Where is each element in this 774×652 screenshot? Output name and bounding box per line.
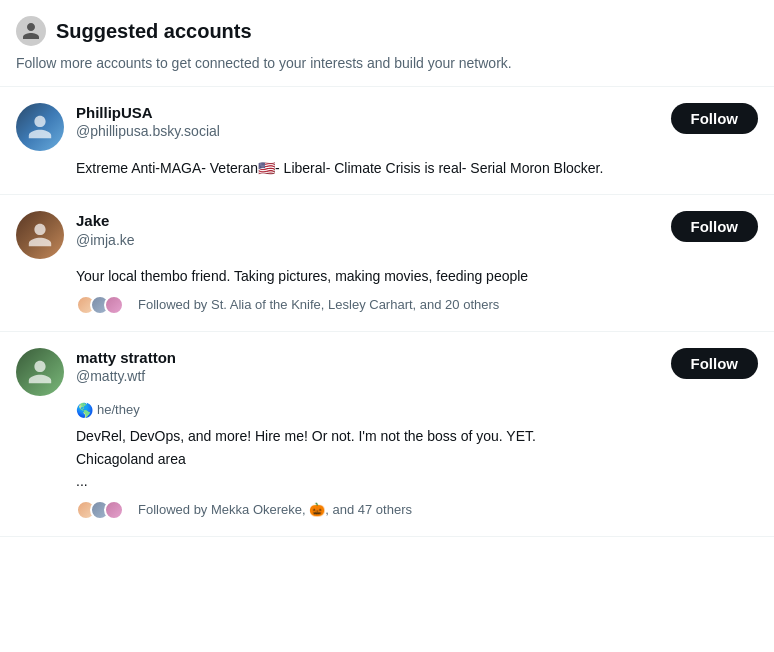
account-card-phillipusa: PhillipUSA @phillipusa.bsky.social Follo… bbox=[0, 87, 774, 196]
pronoun-text-matty: he/they bbox=[97, 402, 140, 417]
account-header-jake: Jake @imja.ke Follow bbox=[16, 211, 758, 259]
account-header-matty: matty stratton @matty.wtf Follow bbox=[16, 348, 758, 396]
mini-avatar-3-jake bbox=[104, 295, 124, 315]
bio2-matty: Chicagoland area bbox=[76, 450, 758, 470]
pronoun-badge-matty: 🌎 he/they bbox=[76, 402, 140, 418]
account-card-jake: Jake @imja.ke Follow Your local thembo f… bbox=[0, 195, 774, 332]
display-name-jake: Jake bbox=[76, 211, 659, 231]
account-header-phillipusa: PhillipUSA @phillipusa.bsky.social Follo… bbox=[16, 103, 758, 151]
handle-phillipusa: @phillipusa.bsky.social bbox=[76, 123, 659, 139]
account-card-matty: matty stratton @matty.wtf Follow 🌎 he/th… bbox=[0, 332, 774, 537]
panel-header: Suggested accounts bbox=[0, 0, 774, 54]
followed-avatars-jake bbox=[76, 295, 124, 315]
handle-jake: @imja.ke bbox=[76, 232, 659, 248]
mini-avatar-3-matty bbox=[104, 500, 124, 520]
handle-matty: @matty.wtf bbox=[76, 368, 659, 384]
account-info-jake: Jake @imja.ke bbox=[76, 211, 659, 248]
globe-icon: 🌎 bbox=[76, 402, 93, 418]
follow-button-phillipusa[interactable]: Follow bbox=[671, 103, 759, 134]
display-name-matty: matty stratton bbox=[76, 348, 659, 368]
avatar-jake bbox=[16, 211, 64, 259]
account-info-matty: matty stratton @matty.wtf bbox=[76, 348, 659, 385]
account-info-phillipusa: PhillipUSA @phillipusa.bsky.social bbox=[76, 103, 659, 140]
account-left-jake: Jake @imja.ke bbox=[16, 211, 659, 259]
followed-by-jake: Followed by St. Alia of the Knife, Lesle… bbox=[76, 295, 758, 315]
bio3-matty: ... bbox=[76, 472, 758, 492]
followed-text-jake: Followed by St. Alia of the Knife, Lesle… bbox=[138, 297, 499, 312]
bio-jake: Your local thembo friend. Taking picture… bbox=[76, 267, 758, 287]
bio-matty: DevRel, DevOps, and more! Hire me! Or no… bbox=[76, 427, 758, 447]
display-name-phillipusa: PhillipUSA bbox=[76, 103, 659, 123]
panel-title: Suggested accounts bbox=[56, 20, 252, 43]
followed-text-matty: Followed by Mekka Okereke, 🎃, and 47 oth… bbox=[138, 502, 412, 517]
follow-button-jake[interactable]: Follow bbox=[671, 211, 759, 242]
suggested-accounts-panel: Suggested accounts Follow more accounts … bbox=[0, 0, 774, 537]
user-icon bbox=[16, 16, 46, 46]
account-left-matty: matty stratton @matty.wtf bbox=[16, 348, 659, 396]
panel-subtitle: Follow more accounts to get connected to… bbox=[0, 54, 774, 86]
account-left-phillipusa: PhillipUSA @phillipusa.bsky.social bbox=[16, 103, 659, 151]
follow-button-matty[interactable]: Follow bbox=[671, 348, 759, 379]
avatar-matty bbox=[16, 348, 64, 396]
followed-by-matty: Followed by Mekka Okereke, 🎃, and 47 oth… bbox=[76, 500, 758, 520]
followed-avatars-matty bbox=[76, 500, 124, 520]
bio-phillipusa: Extreme Anti-MAGA- Veteran🇺🇸- Liberal- C… bbox=[76, 159, 758, 179]
avatar-phillipusa bbox=[16, 103, 64, 151]
